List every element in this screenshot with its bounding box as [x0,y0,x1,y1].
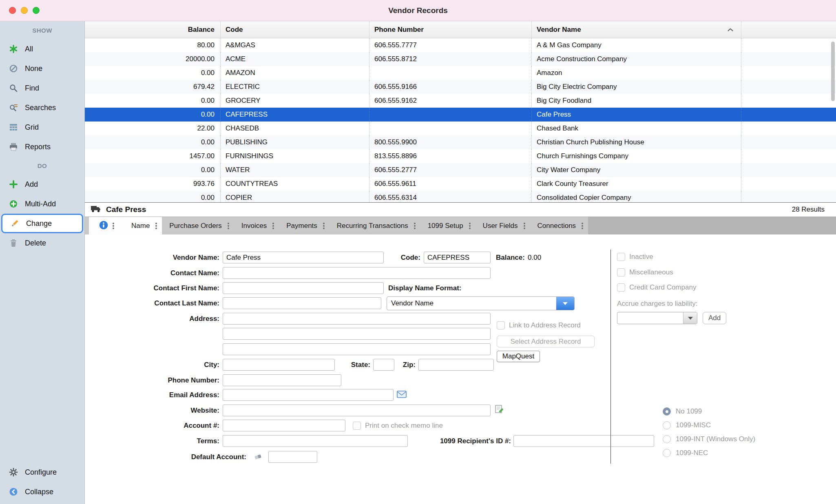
column-header-balance[interactable]: Balance [85,21,220,38]
table-row[interactable]: 0.00AMAZONAmazon [85,66,836,80]
print-memo-checkbox[interactable]: Print on check memo line [353,421,443,430]
radio-1099-int[interactable]: 1099-INT (Windows Only) [663,435,755,444]
table-row[interactable]: 993.76COUNTYTREAS606.555.9611Clark Count… [85,177,836,191]
table-row[interactable]: 80.00A&MGAS606.555.7777A & M Gas Company [85,38,836,52]
open-website-button[interactable] [494,404,505,416]
table-row[interactable]: 22.00CHASEDBChased Bank [85,122,836,135]
tab-purchase-orders[interactable]: Purchase Orders [162,217,234,234]
default-account-field[interactable] [268,451,317,463]
sidebar-item-searches[interactable]: Searches [0,98,84,117]
radio-button[interactable] [663,435,671,443]
sidebar-item-grid[interactable]: Grid [0,117,84,137]
tab-connections[interactable]: Connections [530,217,588,234]
checkbox-box[interactable] [353,422,361,430]
sidebar-item-none[interactable]: None [0,59,84,78]
email-address-field[interactable] [223,389,394,401]
inactive-checkbox[interactable]: Inactive [617,252,653,261]
checkbox-box[interactable] [617,253,625,261]
contact-first-name-field[interactable] [223,282,384,294]
account-number-label: Account #: [97,420,219,431]
tab-user-fields[interactable]: User Fields [476,217,530,234]
account-number-field[interactable] [223,420,345,431]
contact-name-field[interactable] [223,267,491,279]
vertical-scrollbar[interactable] [830,38,836,202]
minimize-window-button[interactable] [21,7,28,14]
checkbox-box[interactable] [617,283,625,292]
checkbox-box[interactable] [497,321,505,329]
table-row[interactable]: 679.42ELECTRIC606.555.9166Big City Elect… [85,80,836,94]
select-address-record-button[interactable]: Select Address Record [497,336,595,347]
tab-1099-setup[interactable]: 1099 Setup [420,217,476,234]
tab-invoices[interactable]: Invoices [234,217,279,234]
zoom-window-button[interactable] [33,7,40,14]
radio-button[interactable] [663,421,671,429]
recipient-id-field[interactable] [513,435,654,447]
address-label: Address: [97,313,219,325]
compose-email-button[interactable] [396,389,408,401]
radio-button[interactable] [663,449,671,457]
default-account-lookup-button[interactable] [253,452,264,463]
radio-label: 1099-MISC [676,421,711,429]
info-button[interactable] [89,217,124,234]
accrue-add-button[interactable]: Add [703,312,726,324]
tab-payments[interactable]: Payments [279,217,330,234]
sidebar-item-collapse[interactable]: Collapse [0,482,84,502]
table-row[interactable]: 0.00GROCERY606.555.9162Big City Foodland [85,94,836,108]
sidebar-item-find[interactable]: Find [0,78,84,98]
table-row[interactable]: 1457.00FURNISHINGS813.555.8896Church Fur… [85,149,836,163]
table-row-selected[interactable]: 0.00CAFEPRESSCafe Press [85,108,836,122]
column-header-phone[interactable]: Phone Number [369,21,531,38]
collapse-chevron-icon [8,486,19,497]
tab-name[interactable]: Name [124,217,162,234]
radio-1099-nec[interactable]: 1099-NEC [663,449,708,458]
link-address-record-checkbox[interactable]: Link to Address Record [497,321,581,330]
accrue-liability-value [617,312,683,324]
radio-no-1099[interactable]: No 1099 [663,407,702,416]
sidebar-item-reports[interactable]: Reports [0,137,84,157]
close-window-button[interactable] [9,7,16,14]
sidebar-item-delete[interactable]: Delete [0,233,84,253]
terms-field[interactable] [223,435,408,447]
address-line1-field[interactable] [223,313,491,325]
table-row[interactable]: 0.00COPIER606.555.6314Consolidated Copie… [85,191,836,202]
sidebar-item-label: None [25,64,42,73]
radio-1099-misc[interactable]: 1099-MISC [663,421,711,430]
vendor-name-field[interactable] [223,252,384,263]
mapquest-button[interactable]: MapQuest [497,351,540,362]
phone-number-field[interactable] [223,374,341,386]
dropdown-arrow-button[interactable] [683,312,697,324]
tab-handle-icon [414,225,416,227]
credit-card-company-checkbox[interactable]: Credit Card Company [617,283,696,292]
contact-last-name-field[interactable] [223,297,381,309]
tab-handle-icon [228,225,229,227]
sidebar-item-all[interactable]: All [0,39,84,59]
column-header-vendor-name[interactable]: Vendor Name [531,21,741,38]
sidebar-item-change[interactable]: Change [1,214,83,233]
display-name-format-dropdown[interactable]: Vendor Name [387,296,575,310]
city-field[interactable] [223,359,335,371]
tab-label: Payments [286,222,317,230]
miscellaneous-checkbox[interactable]: Miscellaneous [617,268,673,277]
checkbox-box[interactable] [617,268,625,276]
table-row[interactable]: 20000.00ACME606.555.8712Acme Constructio… [85,52,836,66]
scrollbar-thumb[interactable] [831,42,835,101]
vendor-table: Balance Code Phone Number Vendor Name 80… [85,21,836,202]
accrue-liability-dropdown[interactable] [617,312,697,324]
radio-button[interactable] [663,407,671,416]
sidebar-item-multi-add[interactable]: Multi-Add [0,194,84,214]
dropdown-arrow-button[interactable] [556,297,574,310]
zip-field[interactable] [418,359,494,371]
sidebar-item-label: Find [25,84,39,93]
table-row[interactable]: 0.00WATER606.555.2777City Water Company [85,163,836,177]
tab-recurring-transactions[interactable]: Recurring Transactions [330,217,420,234]
column-header-code[interactable]: Code [220,21,369,38]
sidebar-item-configure[interactable]: Configure [0,462,84,482]
sidebar-item-label: All [25,45,33,53]
balance-value: 0.00 [528,252,541,263]
website-field[interactable] [223,405,491,416]
table-row[interactable]: 0.00PUBLISHING800.555.9900Christian Chur… [85,135,836,149]
code-field[interactable] [424,252,491,263]
address-line3-field[interactable] [223,343,491,355]
sidebar-item-add[interactable]: Add [0,175,84,194]
address-line2-field[interactable] [223,328,491,340]
